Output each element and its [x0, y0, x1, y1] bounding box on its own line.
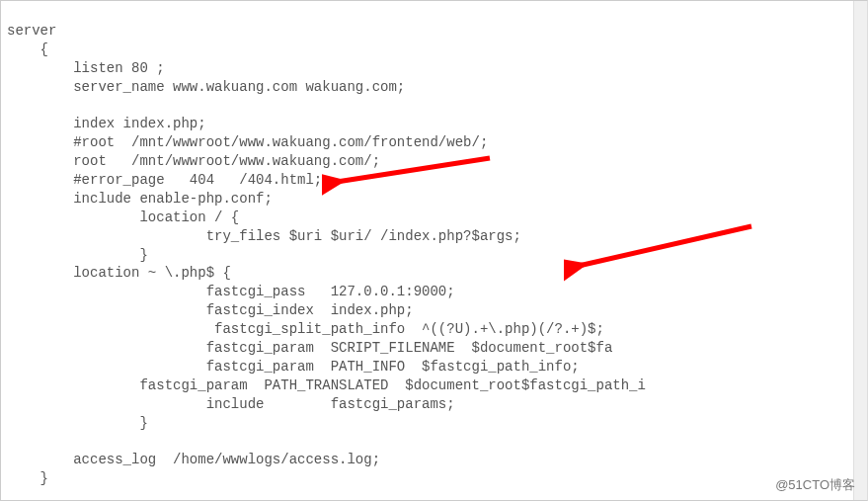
code-line: access_log /home/wwwlogs/access.log;	[7, 452, 380, 467]
watermark: @51CTO博客	[775, 476, 855, 494]
code-line: server_name www.wakuang.com wakuang.com;	[7, 79, 405, 95]
code-line: index index.php;	[7, 116, 206, 131]
code-line: fastcgi_param PATH_INFO $fastcgi_path_in…	[7, 359, 580, 375]
code-line: }	[7, 470, 48, 486]
scrollbar[interactable]	[853, 1, 867, 500]
code-line: try_files $uri $uri/ /index.php?$args;	[7, 228, 521, 244]
code-line: root /mnt/wwwroot/www.wakuang.com/;	[7, 153, 380, 169]
code-line: location / {	[7, 209, 239, 225]
code-line: #root /mnt/wwwroot/www.wakuang.com/front…	[7, 134, 488, 150]
code-line: #error_page 404 /404.html;	[7, 172, 322, 188]
code-line: }	[7, 415, 148, 431]
code-line: fastcgi_param SCRIPT_FILENAME $document_…	[7, 340, 612, 356]
code-line: include fastcgi_params;	[7, 396, 455, 412]
code-line: location ~ \.php$ {	[7, 265, 231, 281]
code-line: fastcgi_split_path_info ^((?U).+\.php)(/…	[7, 321, 604, 337]
code-line: listen 80 ;	[7, 60, 165, 76]
code-line: fastcgi_param PATH_TRANSLATED $document_…	[7, 377, 646, 393]
code-line: }	[7, 247, 148, 263]
code-line: fastcgi_index index.php;	[7, 302, 414, 318]
code-line: fastcgi_pass 127.0.0.1:9000;	[7, 284, 455, 299]
code-block: server { listen 80 ; server_name www.wak…	[1, 1, 867, 488]
code-line: include enable-php.conf;	[7, 191, 273, 207]
code-line: {	[7, 42, 48, 57]
code-line: server	[7, 23, 56, 39]
